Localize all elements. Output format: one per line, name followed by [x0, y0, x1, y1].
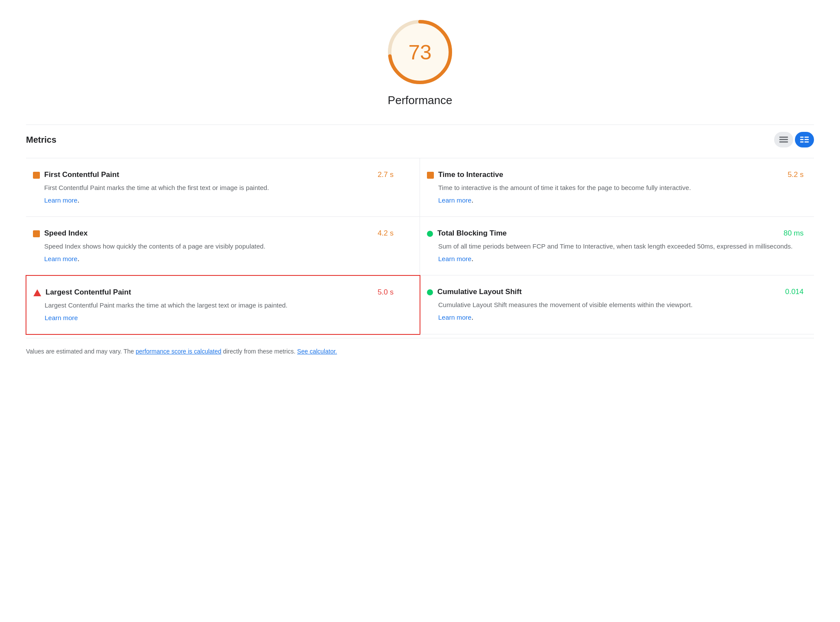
lcp-name: Largest Contentful Paint [46, 288, 131, 297]
performance-score-link[interactable]: performance score is calculated [136, 348, 221, 355]
si-description: Speed Index shows how quickly the conten… [44, 241, 394, 252]
tbt-description: Sum of all time periods between FCP and … [438, 241, 804, 252]
metric-tti-header: Time to Interactive 5.2 s [427, 170, 804, 179]
cls-icon [427, 289, 433, 295]
score-label: Performance [388, 94, 453, 107]
metric-fcp: First Contentful Paint 2.7 s First Conte… [26, 158, 420, 217]
metrics-grid: First Contentful Paint 2.7 s First Conte… [26, 158, 814, 334]
score-value: 73 [408, 40, 431, 64]
si-learn-more[interactable]: Learn more [44, 255, 78, 262]
svg-rect-6 [804, 137, 809, 138]
metrics-title: Metrics [26, 135, 56, 145]
metric-tbt: Total Blocking Time 80 ms Sum of all tim… [420, 217, 814, 275]
tbt-learn-more[interactable]: Learn more [438, 255, 472, 262]
view-toggle [774, 132, 814, 147]
tbt-value: 80 ms [784, 229, 804, 238]
metric-tbt-header: Total Blocking Time 80 ms [427, 229, 804, 238]
fcp-description: First Contentful Paint marks the time at… [44, 183, 394, 193]
metric-si: Speed Index 4.2 s Speed Index shows how … [26, 217, 420, 275]
metrics-header: Metrics [26, 124, 814, 154]
svg-rect-3 [779, 139, 788, 141]
metric-cls-header: Cumulative Layout Shift 0.014 [427, 288, 804, 296]
fcp-name: First Contentful Paint [44, 170, 119, 179]
lcp-icon [33, 289, 41, 296]
tti-learn-more[interactable]: Learn more [438, 196, 472, 204]
calculator-link[interactable]: See calculator. [297, 348, 337, 355]
svg-rect-5 [800, 137, 804, 138]
svg-rect-9 [800, 141, 804, 143]
tti-name: Time to Interactive [438, 170, 503, 179]
fcp-icon [33, 172, 40, 179]
list-icon [779, 137, 788, 143]
detail-view-button[interactable] [795, 132, 814, 147]
cls-learn-more[interactable]: Learn more [438, 314, 472, 321]
svg-rect-7 [800, 139, 804, 141]
fcp-learn-more[interactable]: Learn more [44, 196, 78, 204]
svg-rect-8 [804, 139, 809, 141]
footer-text-before: Values are estimated and may vary. The [26, 348, 136, 355]
fcp-value: 2.7 s [378, 170, 394, 179]
lcp-learn-more[interactable]: Learn more [45, 314, 78, 321]
si-icon [33, 230, 40, 237]
svg-rect-10 [804, 141, 809, 143]
tbt-name: Total Blocking Time [437, 229, 507, 238]
cls-description: Cumulative Layout Shift measures the mov… [438, 300, 804, 310]
lcp-description: Largest Contentful Paint marks the time … [45, 300, 394, 311]
metric-tti: Time to Interactive 5.2 s Time to intera… [420, 158, 814, 217]
tti-icon [427, 172, 434, 179]
detail-icon [800, 137, 809, 143]
score-section: 73 Performance [26, 17, 814, 107]
metric-fcp-header: First Contentful Paint 2.7 s [33, 170, 394, 179]
lcp-value: 5.0 s [378, 288, 394, 297]
footer-text-middle: directly from these metrics. [221, 348, 297, 355]
list-view-button[interactable] [774, 132, 793, 147]
metric-lcp: Largest Contentful Paint 5.0 s Largest C… [26, 275, 420, 335]
cls-name: Cumulative Layout Shift [437, 288, 522, 296]
tbt-icon [427, 231, 433, 237]
si-name: Speed Index [44, 229, 88, 238]
si-value: 4.2 s [378, 229, 394, 238]
metric-si-header: Speed Index 4.2 s [33, 229, 394, 238]
metric-cls: Cumulative Layout Shift 0.014 Cumulative… [420, 275, 814, 334]
footer-note: Values are estimated and may vary. The p… [26, 338, 814, 365]
svg-rect-2 [779, 137, 788, 138]
tti-description: Time to interactive is the amount of tim… [438, 183, 804, 193]
metric-lcp-header: Largest Contentful Paint 5.0 s [33, 288, 394, 297]
score-gauge: 73 [385, 17, 455, 87]
tti-value: 5.2 s [788, 170, 804, 179]
svg-rect-4 [779, 141, 788, 143]
cls-value: 0.014 [785, 288, 804, 296]
